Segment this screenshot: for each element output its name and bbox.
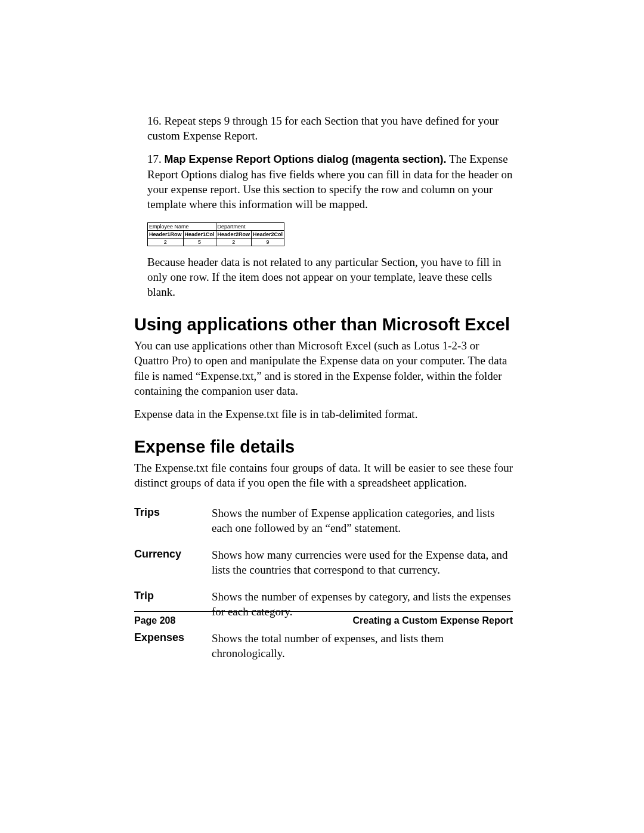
page-footer: Page 208 Creating a Custom Expense Repor… xyxy=(134,611,513,626)
figure-header-cell: Header2Col xyxy=(252,231,284,239)
heading-using-other-apps: Using applications other than Microsoft … xyxy=(134,315,513,335)
definition-term: Currency xyxy=(134,547,212,577)
figure-value-cell: 9 xyxy=(252,239,284,246)
list-item-16: 16. Repeat steps 9 through 15 for each S… xyxy=(147,113,513,143)
definition-row: Trips Shows the number of Expense applic… xyxy=(134,506,513,535)
definition-desc: Shows the number of Expense application … xyxy=(212,506,513,535)
definition-row: Expenses Shows the total number of expen… xyxy=(134,631,513,661)
definition-term: Trips xyxy=(134,506,212,535)
list-number: 17. xyxy=(147,153,162,165)
figure-value-cell: 2 xyxy=(216,239,252,246)
figure-header-cell: Header2Row xyxy=(216,231,252,239)
definition-desc: Shows how many currencies were used for … xyxy=(212,547,513,577)
definition-term: Expenses xyxy=(134,631,212,661)
figure-header-cell: Header1Row xyxy=(148,231,184,239)
list-text: Repeat steps 9 through 15 for each Secti… xyxy=(147,114,499,142)
figure-top-cell: Department xyxy=(216,223,284,231)
definition-row: Currency Shows how many currencies were … xyxy=(134,547,513,577)
figure-table: Employee Name Department Header1Row Head… xyxy=(147,222,284,246)
figure-value-cell: 2 xyxy=(148,239,184,246)
list-bold-lead: Map Expense Report Options dialog (magen… xyxy=(165,153,447,165)
figure-header-cell: Header1Col xyxy=(183,231,216,239)
figure-value-cell: 5 xyxy=(183,239,216,246)
definition-list: Trips Shows the number of Expense applic… xyxy=(134,506,513,661)
footer-page-number: Page 208 xyxy=(134,615,175,626)
paragraph: You can use applications other than Micr… xyxy=(134,338,513,398)
footer-chapter-title: Creating a Custom Expense Report xyxy=(353,615,513,626)
list-number: 16. xyxy=(147,114,162,127)
list-item-17: 17. Map Expense Report Options dialog (m… xyxy=(147,151,513,212)
paragraph: Expense data in the Expense.txt file is … xyxy=(134,407,513,422)
document-page: 16. Repeat steps 9 through 15 for each S… xyxy=(0,0,644,833)
heading-expense-file-details: Expense file details xyxy=(134,437,513,457)
paragraph: The Expense.txt file contains four group… xyxy=(134,460,513,490)
paragraph: Because header data is not related to an… xyxy=(147,255,513,299)
definition-desc: Shows the total number of expenses, and … xyxy=(212,631,513,661)
figure-top-cell: Employee Name xyxy=(148,223,216,231)
